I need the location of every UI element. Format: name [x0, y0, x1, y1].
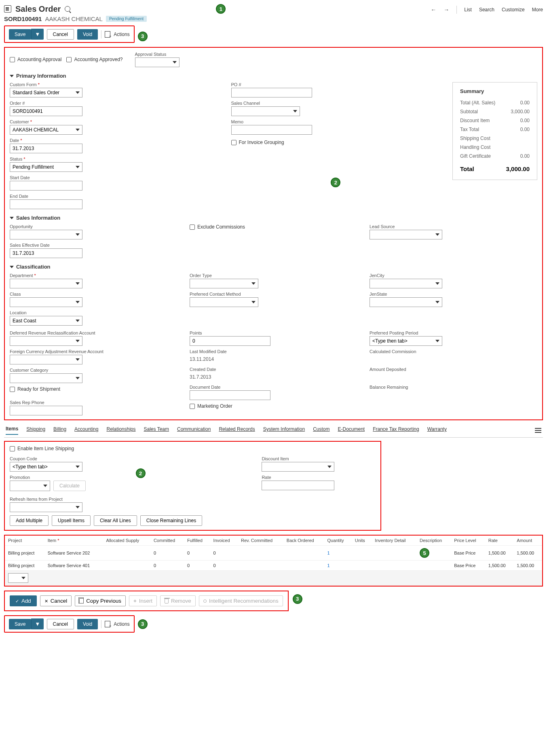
location-select[interactable]: East Coast: [10, 316, 82, 326]
nav-forward-icon[interactable]: →: [444, 6, 449, 13]
sales-channel-select[interactable]: [231, 106, 300, 116]
callout-1: 1: [216, 4, 226, 14]
tab-related-records[interactable]: Related Records: [219, 426, 255, 434]
ready-shipment-checkbox[interactable]: [10, 387, 15, 392]
nav-customize[interactable]: Customize: [502, 7, 525, 13]
end-date-input[interactable]: [10, 199, 82, 209]
order-type-select[interactable]: [190, 279, 258, 288]
search-icon[interactable]: [65, 6, 70, 12]
actions-menu[interactable]: Actions: [114, 32, 129, 37]
page-title: Sales Order: [15, 4, 61, 14]
tab-accounting[interactable]: Accounting: [74, 426, 98, 434]
bal-rem-label: Balance Remaining: [370, 385, 537, 390]
save-button-bottom[interactable]: Save: [9, 619, 31, 629]
discount-item-select[interactable]: [262, 462, 334, 472]
tab-shipping[interactable]: Shipping: [26, 426, 45, 434]
tab-billing[interactable]: Billing: [53, 426, 66, 434]
cancel-button[interactable]: Cancel: [47, 29, 74, 40]
add-line-button[interactable]: Add: [10, 595, 37, 606]
points-input[interactable]: [190, 336, 270, 346]
created-value: 31.7.2013: [190, 373, 357, 381]
status-select[interactable]: Pending Fulfillment: [10, 162, 82, 172]
order-input[interactable]: [10, 106, 82, 116]
upsell-button[interactable]: Upsell Items: [52, 515, 91, 526]
table-input-row[interactable]: [5, 571, 542, 586]
class-label: Class: [10, 292, 177, 296]
sales-rep-phone-input[interactable]: [10, 406, 82, 415]
invoice-grouping-checkbox[interactable]: [231, 140, 237, 145]
jenstate-select[interactable]: [370, 297, 442, 307]
approval-status-label: Approval Status: [135, 52, 180, 57]
tab-france-tax[interactable]: France Tax Reporting: [373, 426, 419, 434]
opportunity-select[interactable]: [10, 230, 82, 239]
save-button[interactable]: Save: [9, 29, 31, 40]
custom-form-label: Custom Form: [10, 82, 219, 87]
nav-more[interactable]: More: [532, 7, 543, 13]
lead-source-select[interactable]: [370, 230, 442, 239]
approval-status-select[interactable]: [135, 57, 180, 67]
preferred-contact-select[interactable]: [190, 297, 258, 307]
jenstate-label: JenState: [370, 292, 537, 296]
date-input[interactable]: [10, 144, 82, 153]
exclude-commissions-checkbox[interactable]: [190, 224, 195, 230]
tab-system-info[interactable]: System Information: [263, 426, 305, 434]
accounting-approved-checkbox[interactable]: [66, 57, 72, 62]
cancel-line-button[interactable]: Cancel: [40, 595, 72, 606]
clear-all-button[interactable]: Clear All Lines: [94, 515, 137, 526]
tab-edocument[interactable]: E-Document: [338, 426, 365, 434]
void-button-bottom[interactable]: Void: [77, 619, 98, 629]
calculate-button[interactable]: Calculate: [53, 481, 86, 491]
pref-posting-select[interactable]: <Type then tab>: [370, 336, 442, 346]
nav-list[interactable]: List: [464, 7, 472, 13]
refresh-items-select[interactable]: [10, 502, 82, 512]
tab-custom[interactable]: Custom: [313, 426, 329, 434]
tab-sales-team[interactable]: Sales Team: [144, 426, 169, 434]
menu-icon[interactable]: [535, 428, 541, 433]
po-input[interactable]: [231, 88, 312, 97]
chevron-down-icon[interactable]: [10, 217, 14, 219]
tab-items[interactable]: Items: [6, 426, 18, 435]
memo-input[interactable]: [231, 125, 312, 135]
coupon-select[interactable]: <Type then tab>: [10, 462, 82, 472]
new-doc-icon[interactable]: [105, 621, 110, 627]
doc-date-input[interactable]: [190, 390, 270, 400]
actions-menu-bottom[interactable]: Actions: [114, 621, 129, 627]
fca-select[interactable]: [10, 355, 82, 364]
table-row[interactable]: Billing project Software Service 401 0 0…: [5, 561, 542, 571]
marketing-order-checkbox[interactable]: [190, 404, 195, 409]
void-button[interactable]: Void: [77, 29, 98, 40]
promotion-select[interactable]: [10, 481, 50, 491]
accounting-approval-checkbox[interactable]: [10, 57, 15, 62]
sales-eff-date-input[interactable]: [10, 248, 82, 258]
rate-input[interactable]: [262, 481, 334, 490]
copy-previous-button[interactable]: Copy Previous: [75, 595, 126, 606]
tab-communication[interactable]: Communication: [177, 426, 211, 434]
start-date-input[interactable]: [10, 181, 82, 191]
callout-2: 2: [331, 178, 340, 187]
chevron-down-icon[interactable]: [10, 75, 14, 77]
class-select[interactable]: [10, 297, 82, 307]
chevron-down-icon[interactable]: [10, 266, 14, 268]
customer-select[interactable]: AAKASH CHEMICAL: [10, 125, 82, 135]
customer-category-select[interactable]: [10, 373, 82, 383]
row-project-select[interactable]: [8, 573, 28, 583]
new-doc-icon[interactable]: [105, 31, 110, 38]
add-multiple-button[interactable]: Add Multiple: [10, 515, 49, 526]
close-remaining-button[interactable]: Close Remaining Lines: [140, 515, 202, 526]
department-select[interactable]: [10, 279, 82, 288]
deferred-rev-label: Deferred Revenue Reclassification Accoun…: [10, 330, 177, 335]
enable-line-ship-checkbox[interactable]: [10, 446, 15, 451]
tab-warranty[interactable]: Warranty: [427, 426, 447, 434]
custom-form-select[interactable]: Standard Sales Order: [10, 88, 82, 97]
save-dropdown[interactable]: ▼: [31, 29, 43, 40]
cancel-button-bottom[interactable]: Cancel: [47, 619, 74, 629]
jencity-select[interactable]: [370, 279, 442, 288]
nav-back-icon[interactable]: ←: [431, 6, 436, 13]
order-type-label: Order Type: [190, 273, 357, 278]
tab-relationships[interactable]: Relationships: [106, 426, 135, 434]
intel-rec-button: Intelligent Recommendations: [199, 595, 283, 606]
table-row[interactable]: Billing project Software Service 202 0 0…: [5, 546, 542, 561]
save-dropdown-bottom[interactable]: ▼: [31, 618, 43, 629]
deferred-rev-select[interactable]: [10, 336, 82, 346]
nav-search[interactable]: Search: [479, 7, 494, 13]
